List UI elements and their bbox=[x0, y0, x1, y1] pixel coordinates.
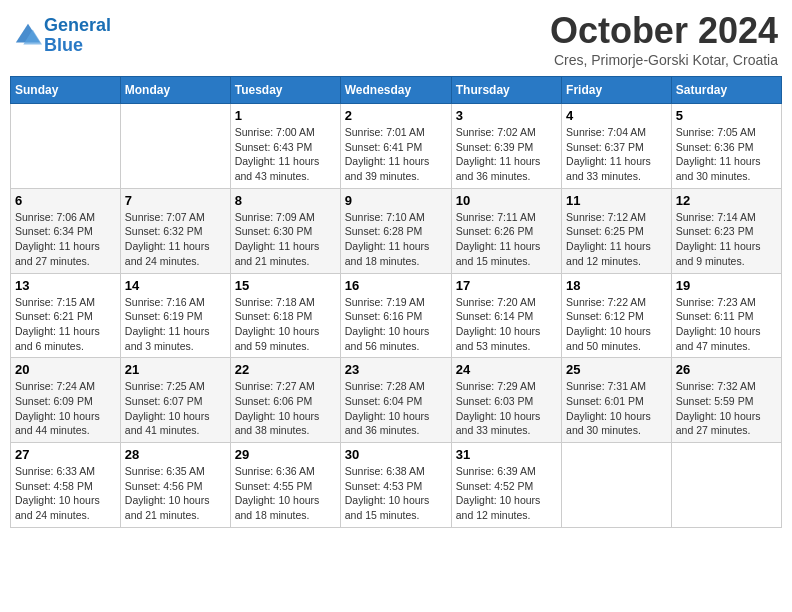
day-info: Sunrise: 7:11 AMSunset: 6:26 PMDaylight:… bbox=[456, 210, 557, 269]
day-info: Sunrise: 7:04 AMSunset: 6:37 PMDaylight:… bbox=[566, 125, 667, 184]
calendar-week-3: 13Sunrise: 7:15 AMSunset: 6:21 PMDayligh… bbox=[11, 273, 782, 358]
day-number: 13 bbox=[15, 278, 116, 293]
logo: General Blue bbox=[14, 16, 111, 56]
day-info: Sunrise: 7:24 AMSunset: 6:09 PMDaylight:… bbox=[15, 379, 116, 438]
day-number: 31 bbox=[456, 447, 557, 462]
calendar-cell: 4Sunrise: 7:04 AMSunset: 6:37 PMDaylight… bbox=[562, 104, 672, 189]
day-number: 12 bbox=[676, 193, 777, 208]
calendar-table: SundayMondayTuesdayWednesdayThursdayFrid… bbox=[10, 76, 782, 528]
calendar-cell: 26Sunrise: 7:32 AMSunset: 5:59 PMDayligh… bbox=[671, 358, 781, 443]
day-info: Sunrise: 6:36 AMSunset: 4:55 PMDaylight:… bbox=[235, 464, 336, 523]
calendar-cell: 21Sunrise: 7:25 AMSunset: 6:07 PMDayligh… bbox=[120, 358, 230, 443]
calendar-cell: 18Sunrise: 7:22 AMSunset: 6:12 PMDayligh… bbox=[562, 273, 672, 358]
day-number: 30 bbox=[345, 447, 447, 462]
day-info: Sunrise: 6:33 AMSunset: 4:58 PMDaylight:… bbox=[15, 464, 116, 523]
calendar-cell: 31Sunrise: 6:39 AMSunset: 4:52 PMDayligh… bbox=[451, 443, 561, 528]
day-number: 10 bbox=[456, 193, 557, 208]
calendar-cell bbox=[120, 104, 230, 189]
calendar-cell: 2Sunrise: 7:01 AMSunset: 6:41 PMDaylight… bbox=[340, 104, 451, 189]
calendar-cell: 6Sunrise: 7:06 AMSunset: 6:34 PMDaylight… bbox=[11, 188, 121, 273]
day-info: Sunrise: 7:20 AMSunset: 6:14 PMDaylight:… bbox=[456, 295, 557, 354]
calendar-cell: 15Sunrise: 7:18 AMSunset: 6:18 PMDayligh… bbox=[230, 273, 340, 358]
calendar-week-2: 6Sunrise: 7:06 AMSunset: 6:34 PMDaylight… bbox=[11, 188, 782, 273]
day-number: 21 bbox=[125, 362, 226, 377]
day-number: 7 bbox=[125, 193, 226, 208]
day-header-tuesday: Tuesday bbox=[230, 77, 340, 104]
day-header-saturday: Saturday bbox=[671, 77, 781, 104]
calendar-header: SundayMondayTuesdayWednesdayThursdayFrid… bbox=[11, 77, 782, 104]
calendar-cell: 25Sunrise: 7:31 AMSunset: 6:01 PMDayligh… bbox=[562, 358, 672, 443]
day-header-monday: Monday bbox=[120, 77, 230, 104]
day-info: Sunrise: 6:35 AMSunset: 4:56 PMDaylight:… bbox=[125, 464, 226, 523]
day-header-thursday: Thursday bbox=[451, 77, 561, 104]
calendar-cell: 30Sunrise: 6:38 AMSunset: 4:53 PMDayligh… bbox=[340, 443, 451, 528]
day-number: 17 bbox=[456, 278, 557, 293]
calendar-cell: 16Sunrise: 7:19 AMSunset: 6:16 PMDayligh… bbox=[340, 273, 451, 358]
calendar-cell bbox=[11, 104, 121, 189]
calendar-cell bbox=[562, 443, 672, 528]
month-title: October 2024 bbox=[550, 10, 778, 52]
calendar-week-5: 27Sunrise: 6:33 AMSunset: 4:58 PMDayligh… bbox=[11, 443, 782, 528]
logo-icon bbox=[14, 22, 42, 50]
day-info: Sunrise: 7:16 AMSunset: 6:19 PMDaylight:… bbox=[125, 295, 226, 354]
day-info: Sunrise: 7:10 AMSunset: 6:28 PMDaylight:… bbox=[345, 210, 447, 269]
day-info: Sunrise: 7:18 AMSunset: 6:18 PMDaylight:… bbox=[235, 295, 336, 354]
day-number: 27 bbox=[15, 447, 116, 462]
day-info: Sunrise: 7:06 AMSunset: 6:34 PMDaylight:… bbox=[15, 210, 116, 269]
day-number: 20 bbox=[15, 362, 116, 377]
day-number: 16 bbox=[345, 278, 447, 293]
day-number: 5 bbox=[676, 108, 777, 123]
day-number: 26 bbox=[676, 362, 777, 377]
calendar-cell: 23Sunrise: 7:28 AMSunset: 6:04 PMDayligh… bbox=[340, 358, 451, 443]
calendar-cell: 11Sunrise: 7:12 AMSunset: 6:25 PMDayligh… bbox=[562, 188, 672, 273]
day-info: Sunrise: 7:22 AMSunset: 6:12 PMDaylight:… bbox=[566, 295, 667, 354]
day-info: Sunrise: 7:31 AMSunset: 6:01 PMDaylight:… bbox=[566, 379, 667, 438]
day-number: 23 bbox=[345, 362, 447, 377]
day-number: 2 bbox=[345, 108, 447, 123]
title-area: October 2024 Cres, Primorje-Gorski Kotar… bbox=[550, 10, 778, 68]
day-number: 25 bbox=[566, 362, 667, 377]
day-info: Sunrise: 7:12 AMSunset: 6:25 PMDaylight:… bbox=[566, 210, 667, 269]
logo-general: General bbox=[44, 15, 111, 35]
calendar-body: 1Sunrise: 7:00 AMSunset: 6:43 PMDaylight… bbox=[11, 104, 782, 528]
day-info: Sunrise: 7:07 AMSunset: 6:32 PMDaylight:… bbox=[125, 210, 226, 269]
calendar-cell: 17Sunrise: 7:20 AMSunset: 6:14 PMDayligh… bbox=[451, 273, 561, 358]
calendar-cell: 19Sunrise: 7:23 AMSunset: 6:11 PMDayligh… bbox=[671, 273, 781, 358]
calendar-cell: 9Sunrise: 7:10 AMSunset: 6:28 PMDaylight… bbox=[340, 188, 451, 273]
calendar-cell: 24Sunrise: 7:29 AMSunset: 6:03 PMDayligh… bbox=[451, 358, 561, 443]
day-number: 29 bbox=[235, 447, 336, 462]
day-info: Sunrise: 7:27 AMSunset: 6:06 PMDaylight:… bbox=[235, 379, 336, 438]
day-number: 24 bbox=[456, 362, 557, 377]
day-number: 14 bbox=[125, 278, 226, 293]
location: Cres, Primorje-Gorski Kotar, Croatia bbox=[550, 52, 778, 68]
day-number: 22 bbox=[235, 362, 336, 377]
day-info: Sunrise: 6:39 AMSunset: 4:52 PMDaylight:… bbox=[456, 464, 557, 523]
day-number: 4 bbox=[566, 108, 667, 123]
day-header-wednesday: Wednesday bbox=[340, 77, 451, 104]
day-number: 1 bbox=[235, 108, 336, 123]
day-info: Sunrise: 7:23 AMSunset: 6:11 PMDaylight:… bbox=[676, 295, 777, 354]
calendar-cell: 7Sunrise: 7:07 AMSunset: 6:32 PMDaylight… bbox=[120, 188, 230, 273]
day-info: Sunrise: 6:38 AMSunset: 4:53 PMDaylight:… bbox=[345, 464, 447, 523]
calendar-cell: 27Sunrise: 6:33 AMSunset: 4:58 PMDayligh… bbox=[11, 443, 121, 528]
day-number: 28 bbox=[125, 447, 226, 462]
calendar-cell: 20Sunrise: 7:24 AMSunset: 6:09 PMDayligh… bbox=[11, 358, 121, 443]
calendar-cell: 28Sunrise: 6:35 AMSunset: 4:56 PMDayligh… bbox=[120, 443, 230, 528]
header-row: SundayMondayTuesdayWednesdayThursdayFrid… bbox=[11, 77, 782, 104]
day-number: 6 bbox=[15, 193, 116, 208]
day-number: 11 bbox=[566, 193, 667, 208]
calendar-cell: 3Sunrise: 7:02 AMSunset: 6:39 PMDaylight… bbox=[451, 104, 561, 189]
calendar-cell: 1Sunrise: 7:00 AMSunset: 6:43 PMDaylight… bbox=[230, 104, 340, 189]
day-header-sunday: Sunday bbox=[11, 77, 121, 104]
logo-blue: Blue bbox=[44, 35, 83, 55]
day-info: Sunrise: 7:05 AMSunset: 6:36 PMDaylight:… bbox=[676, 125, 777, 184]
calendar-cell: 12Sunrise: 7:14 AMSunset: 6:23 PMDayligh… bbox=[671, 188, 781, 273]
day-number: 9 bbox=[345, 193, 447, 208]
day-info: Sunrise: 7:25 AMSunset: 6:07 PMDaylight:… bbox=[125, 379, 226, 438]
day-info: Sunrise: 7:14 AMSunset: 6:23 PMDaylight:… bbox=[676, 210, 777, 269]
day-info: Sunrise: 7:02 AMSunset: 6:39 PMDaylight:… bbox=[456, 125, 557, 184]
calendar-week-1: 1Sunrise: 7:00 AMSunset: 6:43 PMDaylight… bbox=[11, 104, 782, 189]
day-info: Sunrise: 7:28 AMSunset: 6:04 PMDaylight:… bbox=[345, 379, 447, 438]
calendar-cell: 14Sunrise: 7:16 AMSunset: 6:19 PMDayligh… bbox=[120, 273, 230, 358]
calendar-cell: 8Sunrise: 7:09 AMSunset: 6:30 PMDaylight… bbox=[230, 188, 340, 273]
